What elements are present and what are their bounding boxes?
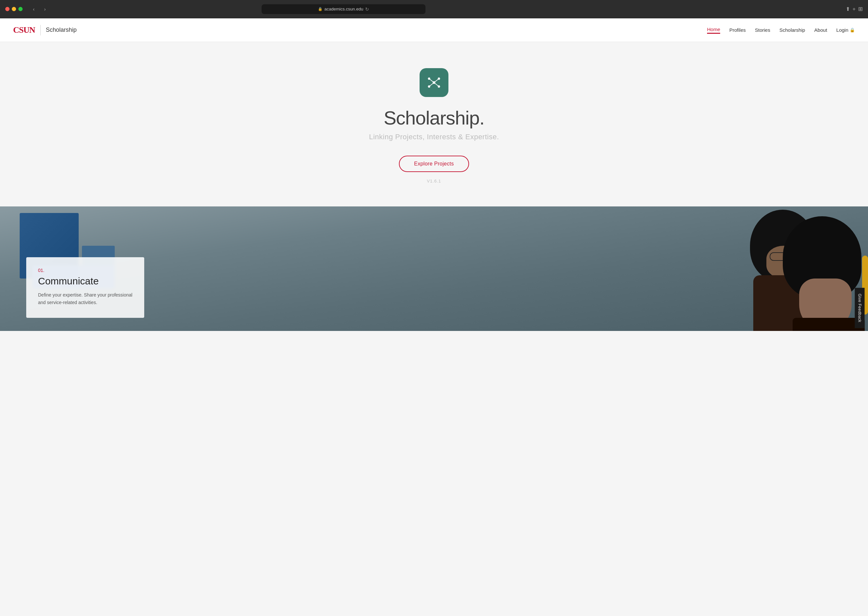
back-button[interactable]: ‹ xyxy=(29,5,38,14)
share-icon[interactable]: ⬆ xyxy=(846,6,850,12)
version-label: V1.6.1 xyxy=(427,179,441,184)
maximize-button[interactable] xyxy=(18,7,23,11)
svg-line-5 xyxy=(429,79,434,83)
hero-subtitle: Linking Projects, Interests & Expertise. xyxy=(369,133,499,141)
new-tab-icon[interactable]: + xyxy=(852,6,855,12)
traffic-lights xyxy=(5,7,23,11)
browser-chrome: ‹ › 🔒 academics.csun.edu ↻ ⬆ + ⊞ xyxy=(0,0,868,18)
svg-line-8 xyxy=(434,83,439,86)
nav-scholarship[interactable]: Scholarship xyxy=(780,27,805,33)
forward-button[interactable]: › xyxy=(40,5,49,14)
navbar: CSUN Scholarship Home Profiles Stories S… xyxy=(0,18,868,42)
card-number: 01. xyxy=(38,268,132,273)
nav-stories[interactable]: Stories xyxy=(755,27,771,33)
nav-login[interactable]: Login 🔒 xyxy=(836,27,855,33)
address-bar[interactable]: 🔒 academics.csun.edu ↻ xyxy=(262,4,426,14)
csun-logo: CSUN xyxy=(13,25,35,35)
navbar-brand: CSUN Scholarship xyxy=(13,25,77,35)
svg-line-7 xyxy=(429,83,434,86)
lock-icon: 🔒 xyxy=(318,7,322,11)
svg-line-6 xyxy=(434,79,439,83)
brand-title: Scholarship xyxy=(46,27,77,33)
hero-title: Scholarship. xyxy=(384,107,484,129)
browser-actions: ⬆ + ⊞ xyxy=(846,6,863,13)
website-content: CSUN Scholarship Home Profiles Stories S… xyxy=(0,18,868,616)
nav-home[interactable]: Home xyxy=(707,27,720,34)
lab-section: 01. Communicate Define your expertise. S… xyxy=(0,206,868,331)
network-icon xyxy=(426,74,442,91)
login-label: Login xyxy=(836,27,848,33)
card-title: Communicate xyxy=(38,275,132,287)
hero-section: Scholarship. Linking Projects, Interests… xyxy=(0,42,868,206)
main-nav: Home Profiles Stories Scholarship About … xyxy=(707,27,855,34)
people-overlay xyxy=(304,206,868,331)
tabs-icon[interactable]: ⊞ xyxy=(858,6,863,13)
hero-icon xyxy=(420,68,448,97)
browser-nav-controls: ‹ › xyxy=(29,5,49,14)
brand-divider xyxy=(40,25,41,35)
nav-profiles[interactable]: Profiles xyxy=(730,27,746,33)
person-clothing-2 xyxy=(793,318,865,331)
lock-nav-icon: 🔒 xyxy=(850,28,855,33)
communicate-card: 01. Communicate Define your expertise. S… xyxy=(26,257,144,318)
close-button[interactable] xyxy=(5,7,9,11)
card-description: Define your expertise. Share your profes… xyxy=(38,291,132,306)
url-text: academics.csun.edu xyxy=(324,6,363,11)
feedback-tab[interactable]: Give Feedback xyxy=(855,288,864,328)
explore-projects-button[interactable]: Explore Projects xyxy=(399,156,469,172)
reload-icon: ↻ xyxy=(365,6,369,12)
nav-about[interactable]: About xyxy=(814,27,827,33)
minimize-button[interactable] xyxy=(12,7,16,11)
